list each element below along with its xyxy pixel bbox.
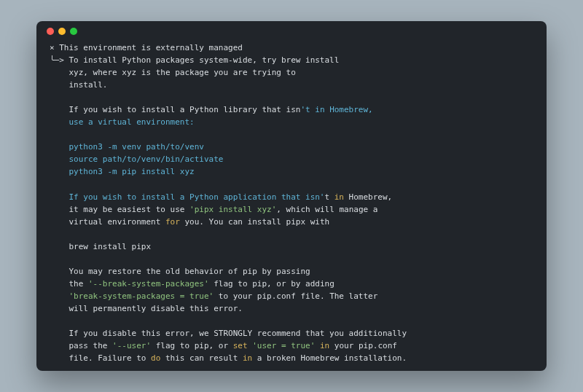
text-line: you. You can install pipx with bbox=[180, 217, 329, 227]
code-line: python3 -m venv path/to/venv bbox=[69, 142, 204, 152]
text-line: If you disable this error, we STRONGLY r… bbox=[69, 329, 407, 338]
error-marker: × bbox=[50, 43, 55, 52]
titlebar bbox=[36, 21, 547, 42]
text-line: flag to pip, or bbox=[151, 341, 233, 350]
keyword: set bbox=[233, 341, 248, 350]
arrow-prefix: ╰─> bbox=[50, 55, 64, 65]
text-highlight: If you wish to install a Python applicat… bbox=[69, 192, 325, 202]
text-line: the bbox=[69, 279, 89, 289]
text-line: pass the bbox=[69, 341, 113, 350]
text-line: to your pip.conf file. The latter bbox=[214, 291, 377, 301]
text-line: xyz, where xyz is the package you are tr… bbox=[69, 68, 296, 77]
text-line: flag to pip, or by adding bbox=[209, 279, 334, 289]
text-line: , which will manage a bbox=[276, 205, 377, 214]
error-heading: This environment is externally managed bbox=[59, 43, 243, 52]
terminal-window: × This environment is externally managed… bbox=[36, 21, 547, 371]
keyword: in bbox=[243, 353, 252, 363]
text-line bbox=[315, 341, 320, 350]
code-line: python3 -m pip install xyz bbox=[69, 167, 195, 176]
text-line: virtual environment bbox=[69, 217, 165, 227]
text-line: install. bbox=[69, 80, 108, 90]
text-line: t bbox=[325, 192, 334, 202]
text-line: file. Failure to bbox=[69, 353, 152, 363]
string-literal: '--user' bbox=[112, 341, 151, 350]
code-line: source path/to/venv/bin/activate bbox=[69, 154, 224, 164]
string-literal: '--break-system-packages' bbox=[88, 279, 209, 289]
keyword: do bbox=[151, 353, 160, 363]
text-line: You may restore the old behavior of pip … bbox=[69, 267, 310, 276]
text-line: this can result bbox=[160, 353, 243, 363]
code-line: brew install pipx bbox=[69, 242, 152, 251]
string-literal: 'pipx install xyz' bbox=[189, 205, 276, 214]
minimize-icon[interactable] bbox=[58, 28, 66, 35]
text-line: If you wish to install a Python library … bbox=[69, 105, 301, 114]
text-highlight: use a virtual environment: bbox=[69, 117, 195, 127]
text-line: a broken Homebrew installation. bbox=[252, 353, 407, 363]
terminal-content: × This environment is externally managed… bbox=[36, 42, 547, 371]
text-line: your pip.conf bbox=[329, 341, 397, 350]
keyword: in bbox=[334, 192, 344, 202]
zoom-icon[interactable] bbox=[70, 28, 77, 35]
keyword: in bbox=[320, 341, 329, 350]
text-line: will permanently disable this error. bbox=[69, 304, 243, 313]
text-line: it may be easiest to use bbox=[69, 205, 190, 214]
string-literal: 'break-system-packages = true' bbox=[69, 291, 214, 301]
text-highlight: 't in Homebrew, bbox=[300, 105, 372, 114]
string-literal: 'user = true' bbox=[252, 341, 315, 350]
close-icon[interactable] bbox=[47, 28, 54, 35]
keyword: for bbox=[165, 217, 180, 227]
text-line: To install Python packages system-wide, … bbox=[69, 55, 340, 65]
text-line: Homebrew, bbox=[344, 192, 392, 202]
